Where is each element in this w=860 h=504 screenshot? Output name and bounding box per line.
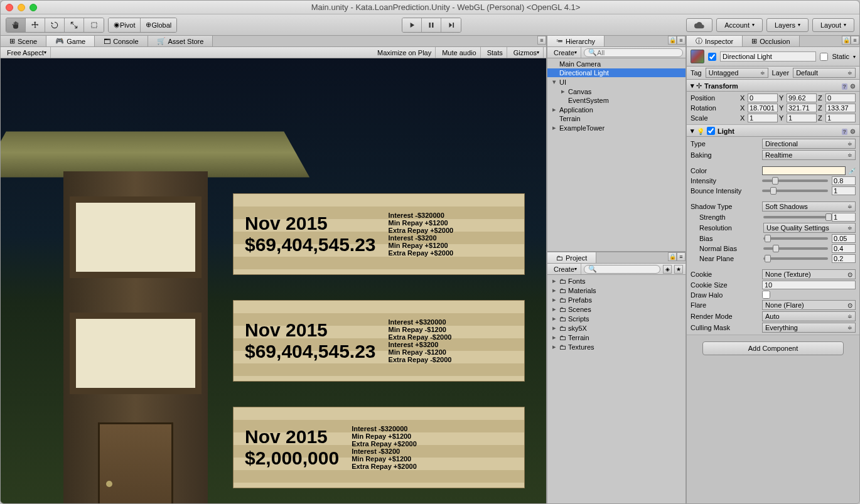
draw-halo-checkbox[interactable] — [762, 291, 770, 299]
hierarchy-search[interactable]: 🔍 — [584, 48, 683, 57]
hierarchy-item[interactable]: ▸Application — [547, 105, 685, 114]
light-enable-checkbox[interactable] — [707, 127, 715, 135]
minimize-window-button[interactable] — [18, 4, 25, 11]
flare-field[interactable]: None (Flare) — [762, 300, 856, 310]
hierarchy-item[interactable]: ▾UI — [547, 77, 685, 87]
hierarchy-search-input[interactable] — [597, 49, 679, 56]
light-type-dropdown[interactable]: Directional — [762, 139, 856, 149]
tag-dropdown[interactable]: Untagged — [706, 68, 768, 78]
shadow-type-dropdown[interactable]: Soft Shadows — [762, 201, 856, 212]
nearplane-slider[interactable] — [763, 257, 828, 260]
pos-x[interactable] — [748, 94, 778, 102]
inspector-lock[interactable]: 🔒 — [842, 36, 851, 45]
culling-mask-dropdown[interactable]: Everything — [762, 323, 856, 333]
render-mode-dropdown[interactable]: Auto — [762, 311, 856, 321]
bias-value[interactable] — [832, 234, 856, 243]
pause-button[interactable] — [422, 18, 441, 32]
project-folder[interactable]: ▸🗀 Textures — [547, 342, 685, 351]
cloud-button[interactable] — [686, 18, 712, 32]
strength-value[interactable] — [832, 213, 856, 222]
normalbias-slider[interactable] — [763, 247, 828, 250]
console-tab[interactable]: 🗔 Console — [95, 36, 148, 46]
hierarchy-item[interactable]: ▸ExampleTower — [547, 123, 685, 132]
transform-header[interactable]: ▾ ⊹ Transform — [687, 80, 859, 92]
rotate-tool[interactable] — [45, 18, 65, 32]
project-folder[interactable]: ▸🗀 Prefabs — [547, 295, 685, 304]
transform-gear-icon[interactable] — [850, 82, 856, 90]
layer-dropdown[interactable]: Default — [793, 68, 856, 78]
bounce-value[interactable] — [832, 186, 856, 195]
static-checkbox[interactable] — [820, 53, 828, 61]
rot-y[interactable] — [787, 104, 817, 112]
intensity-value[interactable] — [832, 176, 856, 185]
project-filter-label[interactable]: ◈ — [663, 265, 672, 274]
tab-options[interactable]: ≡ — [537, 36, 546, 45]
hierarchy-item[interactable]: Directional Light — [547, 68, 685, 77]
gameobject-active-checkbox[interactable] — [708, 53, 716, 61]
strength-slider[interactable] — [763, 216, 828, 218]
scale-z[interactable] — [825, 114, 856, 122]
project-folder[interactable]: ▸🗀 Fonts — [547, 276, 685, 286]
project-lock[interactable]: 🔒 — [668, 252, 677, 261]
gameobject-icon[interactable] — [691, 50, 704, 63]
bias-slider[interactable] — [763, 237, 828, 240]
maximize-window-button[interactable] — [30, 4, 37, 11]
project-search-input[interactable] — [597, 265, 656, 273]
light-color-field[interactable] — [762, 166, 846, 175]
game-tab[interactable]: 🎮 Game — [46, 36, 95, 46]
close-window-button[interactable] — [6, 4, 13, 11]
hand-tool[interactable] — [6, 18, 26, 32]
maximize-on-play-toggle[interactable]: Maximize on Play — [374, 47, 436, 58]
project-tree[interactable]: ▸🗀 Fonts▸🗀 Materials▸🗀 Prefabs▸🗀 Scenes▸… — [547, 275, 685, 503]
rect-tool[interactable] — [84, 18, 104, 32]
asset-store-tab[interactable]: 🛒 Asset Store — [148, 36, 213, 46]
layout-dropdown[interactable]: Layout — [812, 18, 854, 32]
occlusion-tab[interactable]: ⊞ Occlusion — [743, 36, 799, 46]
light-header[interactable]: ▾ Light — [687, 125, 859, 137]
scale-x[interactable] — [748, 114, 778, 122]
rot-x[interactable] — [748, 104, 778, 112]
aspect-dropdown[interactable]: Free Aspect — [3, 47, 51, 58]
hierarchy-item[interactable]: Main Camera — [547, 60, 685, 68]
pivot-toggle[interactable]: ◉ Pivot — [109, 18, 141, 32]
scene-tab[interactable]: ⊞ Scene — [1, 36, 46, 46]
hierarchy-options[interactable]: ≡ — [677, 36, 685, 45]
project-folder[interactable]: ▸🗀 sky5X — [547, 323, 685, 333]
hierarchy-item[interactable]: Terrain — [547, 114, 685, 123]
gameobject-name-field[interactable] — [720, 51, 816, 62]
account-dropdown[interactable]: Account — [716, 18, 763, 32]
mute-audio-toggle[interactable]: Mute audio — [438, 47, 480, 58]
project-search[interactable]: 🔍 — [584, 265, 660, 274]
scale-y[interactable] — [787, 114, 817, 122]
layers-dropdown[interactable]: Layers — [766, 18, 809, 32]
project-folder[interactable]: ▸🗀 Scripts — [547, 314, 685, 323]
normalbias-value[interactable] — [832, 244, 856, 253]
light-help-icon[interactable] — [842, 127, 848, 135]
light-baking-dropdown[interactable]: Realtime — [762, 150, 856, 160]
project-folder[interactable]: ▸🗀 Materials — [547, 286, 685, 295]
project-folder[interactable]: ▸🗀 Scenes — [547, 304, 685, 314]
hierarchy-item[interactable]: EventSystem — [547, 96, 685, 105]
hierarchy-lock[interactable]: 🔒 — [668, 36, 677, 45]
hierarchy-tree[interactable]: Main CameraDirectional Light▾UI▸CanvasEv… — [547, 58, 685, 251]
step-button[interactable] — [441, 18, 461, 32]
project-options[interactable]: ≡ — [677, 252, 685, 261]
hierarchy-create-dropdown[interactable]: Create — [550, 47, 581, 58]
play-button[interactable] — [402, 18, 422, 32]
add-component-button[interactable]: Add Component — [702, 341, 844, 355]
transform-help-icon[interactable] — [842, 82, 848, 90]
light-gear-icon[interactable] — [850, 127, 856, 135]
project-folder[interactable]: ▸🗀 Terrain — [547, 333, 685, 342]
inspector-options[interactable]: ≡ — [851, 36, 859, 45]
project-tab[interactable]: 🗀 Project — [547, 252, 596, 263]
hierarchy-tab[interactable]: ≔ Hierarchy — [547, 36, 605, 46]
bounce-slider[interactable] — [762, 190, 828, 192]
stats-toggle[interactable]: Stats — [483, 47, 507, 58]
hierarchy-item[interactable]: ▸Canvas — [547, 87, 685, 96]
scale-tool[interactable] — [65, 18, 84, 32]
project-create-dropdown[interactable]: Create — [550, 264, 581, 274]
pos-z[interactable] — [825, 94, 856, 102]
shadow-resolution-dropdown[interactable]: Use Quality Settings — [763, 223, 856, 233]
inspector-tab[interactable]: ⓘ Inspector — [687, 36, 743, 46]
move-tool[interactable] — [26, 18, 45, 32]
